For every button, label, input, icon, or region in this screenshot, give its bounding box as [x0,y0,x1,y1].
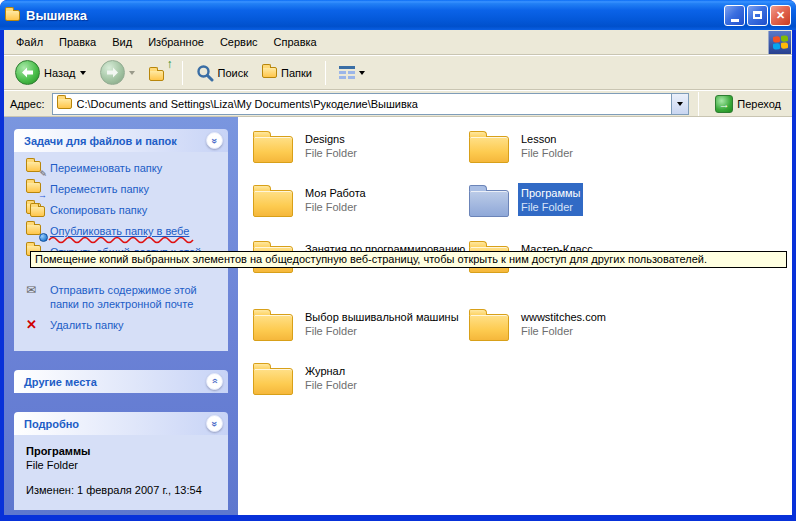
client-area: Файл Правка Вид Избранное Сервис Справка… [4,30,792,515]
folder-icon [468,307,512,343]
windows-flag-icon [773,35,788,50]
details-type: File Folder [26,459,220,471]
search-button[interactable]: Поиск [191,61,253,85]
file-name: Designs [305,133,345,145]
details-modified: Изменен: 1 февраля 2007 г., 13:54 [26,484,220,496]
address-dropdown-icon [677,102,683,106]
folder-up-icon: ↑ [149,65,169,81]
file-item-lesson[interactable]: LessonFile Folder [468,129,673,165]
addressbar: Адрес: C:\Documents and Settings\Liza\My… [4,90,792,117]
toolbar-separator [182,61,183,85]
file-type: File Folder [305,325,357,337]
tasks-panel-header[interactable]: Задачи для файлов и папок » [14,129,228,152]
address-dropdown-button[interactable] [671,94,688,114]
go-label: Переход [737,98,781,110]
go-icon: → [715,95,733,113]
task-rename-folder[interactable]: ✎ Переименовать папку [26,161,222,175]
back-icon [15,60,40,85]
folder-icon [252,183,296,219]
file-item-designs[interactable]: DesignsFile Folder [252,129,457,165]
up-button[interactable]: ↑ [144,62,174,84]
details-panel-title: Подробно [24,418,79,430]
tooltip: Помещение копий выбранных элементов на о… [30,251,787,268]
back-dropdown-icon [80,71,86,75]
file-type: File Folder [305,379,357,391]
maximize-icon [753,11,762,19]
menu-item-view[interactable]: Вид [104,33,140,51]
task-move-folder[interactable]: → Переместить папку [26,182,222,196]
folders-icon [262,67,277,78]
details-panel-body: Программы File Folder Изменен: 1 февраля… [14,435,228,510]
file-list-area: DesignsFile Folder LessonFile Folder Моя… [238,117,792,515]
tasks-panel-title: Задачи для файлов и папок [24,135,177,147]
folders-button[interactable]: Папки [257,64,317,82]
forward-dropdown-icon [129,71,135,75]
menu-item-file[interactable]: Файл [8,33,51,51]
back-label: Назад [44,67,76,79]
tasks-panel: Задачи для файлов и папок » ✎ Переименов… [14,129,228,351]
task-copy-folder[interactable]: Скопировать папку [26,203,222,217]
file-item-zhurnal[interactable]: ЖурналFile Folder [252,361,457,397]
task-delete-folder[interactable]: ✕ Удалить папку [26,318,222,332]
menu-item-edit[interactable]: Правка [51,33,104,51]
file-item-wwwstitches[interactable]: wwwstitches.comFile Folder [468,307,673,343]
file-type: File Folder [521,201,573,213]
titlebar: Вышивка ✕ [0,0,796,30]
details-panel-header[interactable]: Подробно » [14,412,228,435]
details-panel: Подробно » Программы File Folder Изменен… [14,412,228,510]
address-combobox[interactable]: C:\Documents and Settings\Liza\My Docume… [52,93,690,115]
move-folder-icon: → [26,182,43,196]
other-places-panel-title: Другие места [24,376,97,388]
minimize-icon [731,19,739,22]
address-path: C:\Documents and Settings\Liza\My Docume… [77,98,418,110]
window-body: Задачи для файлов и папок » ✎ Переименов… [4,117,792,515]
address-label: Адрес: [8,98,47,110]
forward-icon [100,60,125,85]
toolbar-separator [325,61,326,85]
file-type: File Folder [521,147,573,159]
views-button[interactable] [334,63,370,83]
toolbar: Назад ↑ Поиск Папки [4,55,792,90]
close-button[interactable]: ✕ [770,5,791,26]
other-places-panel: Другие места » [14,370,228,393]
back-button[interactable]: Назад [10,57,91,88]
file-item-moya-rabota[interactable]: Моя РаботаFile Folder [252,183,457,219]
views-dropdown-icon [359,71,365,75]
file-name: Журнал [305,365,345,377]
maximize-button[interactable] [747,5,768,26]
minimize-button[interactable] [724,5,745,26]
folders-label: Папки [281,67,312,79]
collapse-chevron-icon[interactable]: » [206,132,223,149]
folder-icon [252,129,296,165]
menu-item-help[interactable]: Справка [266,33,325,51]
email-folder-icon: ✉ [26,283,43,297]
explorer-window: Вышивка ✕ Файл Правка Вид Избранное Серв… [0,0,796,521]
address-folder-icon [57,98,72,109]
file-type: File Folder [305,147,357,159]
folder-icon-selected [468,183,512,219]
publish-folder-icon [26,224,43,238]
go-button[interactable]: → Переход [708,92,788,116]
collapse-chevron-icon[interactable]: » [206,415,223,432]
file-name: wwwstitches.com [521,311,606,323]
forward-button[interactable] [95,57,140,88]
folder-icon [252,361,296,397]
file-name: Программы [521,187,580,199]
file-name: Выбор вышивальной машины [305,311,459,323]
task-email-folder[interactable]: ✉ Отправить содержимое этой папки по эле… [26,283,222,311]
file-type: File Folder [305,201,357,213]
menu-item-tools[interactable]: Сервис [212,33,266,51]
expand-chevron-icon[interactable]: » [206,373,223,390]
task-publish-folder-web[interactable]: Опубликовать папку в вебе [26,224,222,238]
search-label: Поиск [218,67,248,79]
delete-folder-icon: ✕ [26,318,43,332]
menu-item-favorites[interactable]: Избранное [140,33,212,51]
window-folder-icon [5,10,20,21]
file-item-vybor-vyshivalnoy-mashiny[interactable]: Выбор вышивальной машиныFile Folder [252,307,457,343]
copy-folder-icon [26,203,43,217]
search-icon [196,64,214,82]
other-places-panel-header[interactable]: Другие места » [14,370,228,393]
menubar: Файл Правка Вид Избранное Сервис Справка [4,30,792,55]
file-item-programmy[interactable]: ПрограммыFile Folder [468,183,673,219]
file-type: File Folder [521,325,573,337]
